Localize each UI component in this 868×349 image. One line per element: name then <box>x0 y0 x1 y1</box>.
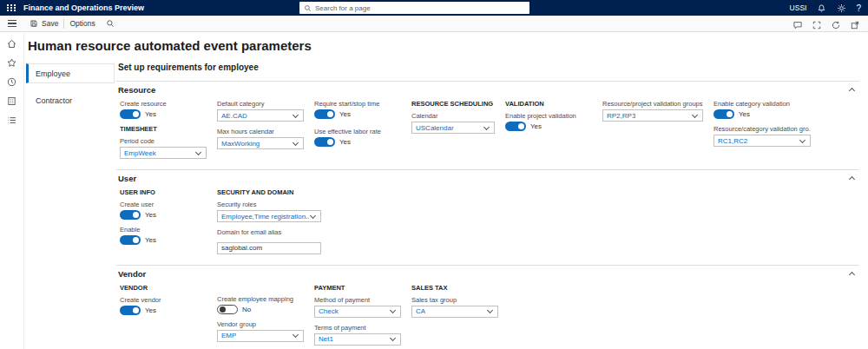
toolbar-right-cluster <box>792 18 868 29</box>
sales-tax-group-field: Sales tax group CA <box>411 296 498 318</box>
domain-for-email-alias-label: Domain for email alias <box>217 228 321 236</box>
create-user-toggle[interactable] <box>120 210 141 220</box>
create-resource-field: Create resource Yes <box>120 100 207 119</box>
default-category-label: Default category <box>217 100 304 108</box>
terms-of-payment-label: Terms of payment <box>314 324 401 332</box>
enable-category-validation-label: Enable category validation <box>713 100 811 108</box>
help-button[interactable]: ? <box>856 3 861 13</box>
options-button[interactable]: Options <box>64 16 100 31</box>
domain-for-email-alias-field: Domain for email alias <box>217 228 321 254</box>
open-in-new-window-button[interactable] <box>850 18 860 29</box>
fullscreen-button[interactable] <box>812 18 822 29</box>
navigation-rail <box>0 32 24 349</box>
create-vendor-toggle[interactable] <box>120 306 141 315</box>
page-search-box[interactable] <box>299 2 529 14</box>
vendor-group-dropdown[interactable]: EMP <box>217 330 304 342</box>
save-icon <box>30 19 38 28</box>
payment-group-header: PAYMENT <box>314 284 401 292</box>
options-label: Options <box>69 19 95 28</box>
create-employee-mapping-label: Create employee mapping <box>217 295 304 303</box>
security-roles-field: Security roles Employee,Time registratio… <box>217 201 321 222</box>
user-section-header[interactable]: User <box>116 170 859 185</box>
section-vendor: Vendor VENDOR Create vendor Yes <box>116 265 859 349</box>
sidebar-item-home[interactable] <box>6 37 17 49</box>
sales-tax-group-dropdown[interactable]: CA <box>411 306 498 318</box>
period-code-field: Period code EmpWeek <box>120 137 207 159</box>
resource-col-4: RESOURCE SCHEDULING Calendar USCalendar <box>411 100 495 165</box>
user-col-1: USER INFO Create user Yes Enable <box>120 188 207 260</box>
resource-col-5: VALIDATION Enable project validation Yes <box>505 100 592 165</box>
create-vendor-field: Create vendor Yes <box>120 296 207 315</box>
search-input[interactable] <box>315 4 525 12</box>
default-category-dropdown[interactable]: AE.CAD <box>217 109 304 122</box>
toolbar-search-button[interactable] <box>101 16 120 31</box>
enable-project-validation-field: Enable project validation Yes <box>505 112 592 131</box>
security-roles-dropdown[interactable]: Employee,Time registration... <box>217 210 321 222</box>
enable-label: Enable <box>120 226 207 234</box>
period-code-dropdown[interactable]: EmpWeek <box>120 147 207 159</box>
enable-project-validation-toggle-value: Yes <box>530 122 542 130</box>
bell-icon <box>817 3 826 13</box>
max-hours-calendar-dropdown[interactable]: MaxWorking <box>217 137 304 149</box>
use-effective-labor-rate-toggle[interactable] <box>314 137 335 147</box>
max-hours-calendar-value: MaxWorking <box>221 140 260 148</box>
section-resource: Resource Create resource Yes TIMESHEET <box>116 81 859 169</box>
chevron-up-icon <box>848 86 856 94</box>
terms-of-payment-field: Terms of payment Net1 <box>314 324 401 346</box>
enable-field: Enable Yes <box>120 226 207 245</box>
save-button[interactable]: Save <box>24 16 63 31</box>
calendar-label: Calendar <box>411 112 495 120</box>
header-spacer <box>217 284 304 295</box>
create-employee-mapping-field: Create employee mapping No <box>217 295 304 314</box>
create-resource-toggle[interactable] <box>120 109 141 119</box>
resource-section-header[interactable]: Resource <box>116 82 859 96</box>
company-picker[interactable]: USSI <box>790 3 807 12</box>
tab-contractor[interactable]: Contractor <box>26 90 115 110</box>
chevron-down-icon <box>691 112 699 120</box>
tab-employee[interactable]: Employee <box>26 63 115 83</box>
resource-category-validation-groups-value: RC1,RC2 <box>718 137 747 145</box>
refresh-button[interactable] <box>831 18 841 29</box>
star-icon <box>6 57 17 69</box>
create-employee-mapping-toggle[interactable] <box>217 305 238 314</box>
method-of-payment-dropdown[interactable]: Check <box>314 306 401 318</box>
enable-project-validation-toggle[interactable] <box>505 122 526 131</box>
vendor-group-value: EMP <box>221 332 236 339</box>
notifications-button[interactable] <box>816 3 826 13</box>
page-title: Human resource automated event parameter… <box>28 38 868 53</box>
create-vendor-toggle-value: Yes <box>145 306 156 314</box>
hamburger-menu-icon[interactable] <box>0 20 24 27</box>
chat-bubble-icon <box>792 20 803 30</box>
vendor-section-header[interactable]: Vendor <box>116 266 859 280</box>
enable-toggle[interactable] <box>120 235 141 245</box>
domain-for-email-alias-input[interactable] <box>217 242 321 254</box>
chevron-up-icon <box>848 174 856 182</box>
vendor-col-1: VENDOR Create vendor Yes <box>120 284 207 349</box>
sidebar-item-favorites[interactable] <box>6 56 17 68</box>
calendar-dropdown[interactable]: USCalendar <box>411 122 495 134</box>
resource-category-validation-groups-field: Resource/category validation gro... RC1,… <box>713 125 811 147</box>
settings-button[interactable] <box>836 3 846 13</box>
method-of-payment-field: Method of payment Check <box>314 296 401 318</box>
create-employee-mapping-toggle-value: No <box>242 306 251 313</box>
max-hours-calendar-field: Max hours calendar MaxWorking <box>217 128 304 149</box>
chevron-down-icon <box>292 332 299 339</box>
section-title: Vendor <box>118 269 146 279</box>
terms-of-payment-dropdown[interactable]: Net1 <box>314 333 401 346</box>
vertical-tab-list: Employee Contractor <box>24 58 115 349</box>
expand-icon <box>812 20 822 30</box>
sales-tax-group-value: CA <box>416 307 425 315</box>
app-title[interactable]: Finance and Operations Preview <box>23 3 144 12</box>
enable-category-validation-field: Enable category validation Yes <box>713 100 811 119</box>
sidebar-item-workspaces[interactable] <box>6 95 17 106</box>
sidebar-item-modules[interactable] <box>6 114 17 125</box>
feedback-button[interactable] <box>792 18 803 29</box>
require-start-stop-toggle[interactable] <box>314 109 335 119</box>
vendor-col-4: SALES TAX Sales tax group CA <box>411 284 498 349</box>
app-launcher-icon[interactable] <box>7 4 16 11</box>
search-icon <box>106 19 115 28</box>
enable-category-validation-toggle[interactable] <box>713 109 734 119</box>
resource-project-validation-groups-dropdown[interactable]: RP2,RP3 <box>602 109 703 122</box>
sidebar-item-recent[interactable] <box>6 76 17 87</box>
resource-category-validation-groups-dropdown[interactable]: RC1,RC2 <box>713 135 811 147</box>
